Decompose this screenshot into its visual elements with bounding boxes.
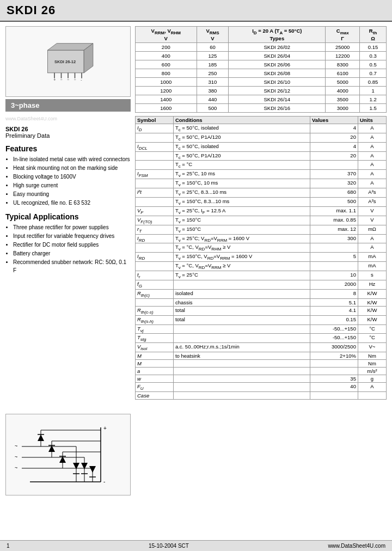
ratings-table: VRRM, VRHMV VRMSV ID = 20 A (TA = 50°C)T… [135,26,387,113]
ratings-cell: 1200 [136,86,197,95]
spec-conditions [173,334,310,343]
spec-unit: A [358,179,386,188]
applications-section: Typical Applications Three phase rectifi… [5,212,131,274]
list-item: Rectifier for DC motor field supplies [13,241,131,249]
spec-conditions [173,280,310,290]
spec-symbol [136,161,174,170]
ratings-cell: 0.15 [360,42,387,51]
spec-unit: mΩ [358,225,386,234]
table-row: MNm [136,360,387,368]
ratings-cell: 600 [136,60,197,69]
ratings-cell: 1400 [136,95,197,103]
spec-value: 370 [310,170,358,179]
table-row: IRDTv = 25°C; VRD=VRRM = 1600 V300A [136,234,387,243]
circuit-svg: + - ~ ~ ~ [14,419,122,490]
specs-header-values: Values [310,116,358,124]
spec-value: 4 [310,142,358,151]
svg-marker-47 [89,466,96,473]
ratings-cell: SKDI 26/08 [229,69,326,77]
device-illustration: SKDI 26-12 + ~ ~ ~ - [41,40,95,83]
table-row: Rth(c-s)total4.1K/W [136,306,387,315]
spec-unit: K/W [358,306,386,315]
table-row: Case [136,392,387,400]
ratings-cell: 12200 [326,51,360,60]
table-row: chassis5.1K/W [136,298,387,306]
spec-conditions: Tc = 50°C, P1A/120 [173,133,310,142]
spec-symbol: Rth(s-h) [136,315,174,325]
spec-value [310,243,358,253]
spec-conditions: to heatsink [173,352,310,360]
spec-symbol: VF(TO) [136,216,174,225]
spec-conditions: Tv = 150°C, 10 ms [173,179,310,188]
ratings-cell: 6100 [326,69,360,77]
spec-symbol: Tstg [136,334,174,343]
spec-conditions: Tv = 25°C, IF = 12.5 A [173,206,310,216]
spec-conditions [173,325,310,334]
spec-conditions: Tv = 150°C, 8.3...10 ms [173,198,310,207]
ratings-header-4: RthΩ [360,27,387,43]
spec-symbol: rT [136,225,174,234]
spec-conditions: Tv = 150°C, VRD=VRRM = 1600 V [173,253,310,262]
ratings-cell: SKDI 26/04 [229,51,326,60]
spec-unit: A [358,383,386,392]
spec-value: -50...+150 [310,334,358,343]
spec-conditions [173,360,310,368]
spec-value: 8 [310,289,358,298]
ratings-cell: SKDI 26/10 [229,77,326,86]
spec-value: 2000 [310,280,358,290]
list-item: Input rectifier for variable frequency d… [13,232,131,240]
specs-header-units: Units [358,116,386,124]
svg-text:SKDI 26-12: SKDI 26-12 [54,59,76,64]
spec-conditions: total [173,315,310,325]
ratings-cell: 380 [197,86,229,95]
spec-conditions: Tv = 25°C; VRD=VRRM = 1600 V [173,234,310,243]
spec-conditions: isolated [173,289,310,298]
svg-text:+: + [53,78,56,82]
table-row: IFSMTv = 25°C, 10 ms370A [136,170,387,179]
ratings-cell: SKDI 26/06 [229,60,326,69]
table-row: w35g [136,375,387,383]
svg-text:+: + [103,425,107,431]
ratings-header-2: ID = 20 A (TA = 50°C)Types [229,27,326,43]
list-item: Easy mounting [13,190,131,198]
circuit-diagram: + - ~ ~ ~ [5,414,131,495]
spec-unit: K/W [358,289,386,298]
spec-unit: °C [358,325,386,334]
table-row: Tv = 150°C, 10 ms320A [136,179,387,188]
ratings-cell: 60 [197,42,229,51]
table-row: VF(TO)Tv = 150°Cmax. 0.85V [136,216,387,225]
spec-symbol: IRD [136,253,174,262]
spec-value: 4 [310,124,358,133]
spec-conditions: chassis [173,298,310,306]
spec-unit: mA [358,262,386,271]
table-row: Tv = 150°C, 8.3...10 ms500A²s [136,198,387,207]
spec-conditions: Tv = 150°C [173,225,310,234]
svg-marker-25 [38,434,44,441]
spec-unit: Hz [358,280,386,290]
spec-symbol: IDCL [136,142,174,151]
spec-value: 680 [310,188,358,198]
spec-symbol: Visol [136,343,174,352]
table-row: am/s² [136,368,387,375]
svg-text:~: ~ [74,78,76,82]
ratings-cell: 1600 [136,103,197,112]
spec-symbol: IRD [136,234,174,243]
spec-symbol [136,262,174,271]
spec-unit: A [358,243,386,253]
spec-conditions: Tv = 25°C [173,271,310,280]
ratings-cell: 3000 [326,103,360,112]
spec-conditions: Tc = 50°C, P1A/120 [173,151,310,161]
spec-symbol: M [136,352,174,360]
spec-symbol: fG [136,280,174,290]
spec-unit [358,392,386,400]
ratings-cell: 1.2 [360,95,387,103]
svg-text:-: - [81,78,82,82]
specs-table: Symbol Conditions Values Units IDTc = 50… [135,116,387,400]
spec-conditions: a.c. 50..00Hz;r.m.s.;1s/1min [173,343,310,352]
features-title: Features [5,144,131,153]
table-row: FU40A [136,383,387,392]
table-row: Tc = °CA [136,161,387,170]
list-item: Three phase rectifier for power supplies [13,223,131,231]
spec-conditions: Tv = °C, VRD=VRRM ≥ V [173,262,310,271]
spec-conditions [173,368,310,375]
